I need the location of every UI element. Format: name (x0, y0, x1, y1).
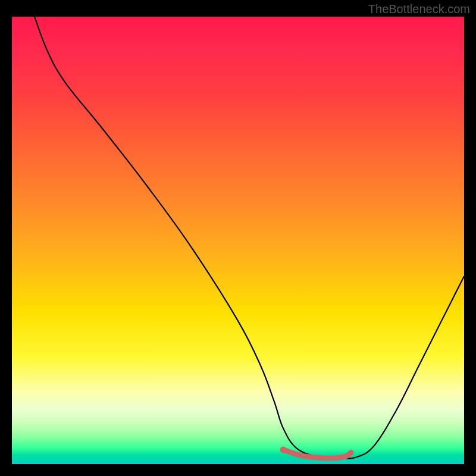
highlight-start-dot (280, 446, 287, 453)
chart-svg (12, 17, 464, 464)
watermark-text: TheBottleneck.com (368, 2, 470, 16)
bottleneck-curve-path (35, 17, 464, 459)
plot-area (12, 17, 464, 464)
highlight-region-path (283, 450, 351, 458)
